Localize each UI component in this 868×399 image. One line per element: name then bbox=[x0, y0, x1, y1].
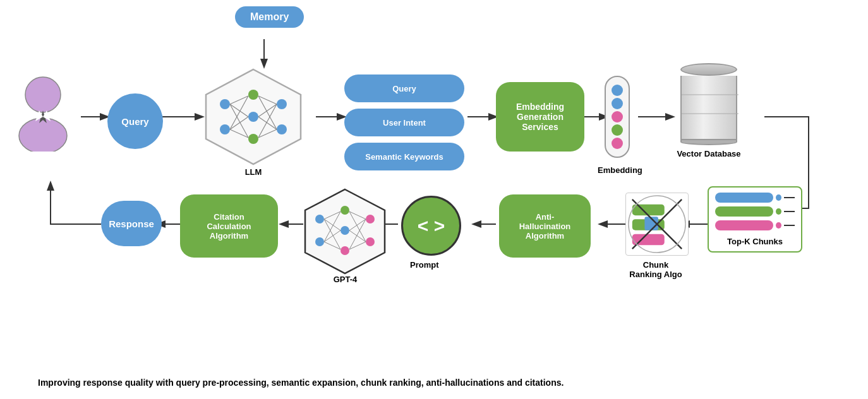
diagram: Query Memory bbox=[0, 0, 868, 366]
citation-label: Citation Calculation Algorithm bbox=[207, 212, 251, 241]
arrows-layer bbox=[0, 0, 868, 366]
prompt-label: Prompt bbox=[410, 260, 439, 270]
topk-row-3 bbox=[715, 220, 795, 230]
memory-label: Memory bbox=[250, 11, 289, 23]
chips-stack: Query User Intent Semantic Keywords bbox=[344, 74, 464, 170]
svg-point-23 bbox=[248, 134, 258, 144]
llm-label: LLM bbox=[200, 167, 307, 177]
topk-row-1 bbox=[715, 193, 795, 203]
svg-point-19 bbox=[220, 99, 230, 109]
embedding-pill bbox=[605, 76, 630, 158]
citation-box: Citation Calculation Algorithm bbox=[180, 194, 278, 258]
topk-box: Top-K Chunks bbox=[708, 186, 802, 253]
embedding-dot-5 bbox=[612, 138, 623, 149]
svg-point-51 bbox=[341, 226, 349, 235]
user-avatar bbox=[11, 76, 81, 158]
topk-row-2 bbox=[715, 206, 795, 217]
embedding-gen-label: Embedding Generation Services bbox=[516, 102, 564, 132]
svg-point-53 bbox=[366, 215, 375, 223]
svg-point-20 bbox=[220, 124, 230, 134]
vector-db-label: Vector Database bbox=[671, 149, 747, 158]
query-label: Query bbox=[121, 116, 148, 127]
anti-hallucination-box: Anti- Hallucination Algorithm bbox=[499, 194, 591, 258]
response-circle: Response bbox=[101, 201, 162, 246]
svg-point-13 bbox=[25, 77, 61, 112]
embedding-dot-2 bbox=[612, 98, 623, 109]
svg-point-22 bbox=[248, 112, 258, 122]
svg-point-49 bbox=[315, 237, 324, 246]
svg-point-52 bbox=[341, 246, 349, 255]
svg-point-14 bbox=[19, 118, 67, 152]
response-label: Response bbox=[109, 218, 154, 229]
llm-hexagon: LLM bbox=[200, 66, 307, 179]
caption: Improving response quality with query pr… bbox=[38, 378, 830, 388]
query-chip: Query bbox=[344, 74, 464, 102]
gpt4-label: GPT-4 bbox=[299, 275, 391, 284]
embedding-label: Embedding bbox=[598, 165, 642, 175]
embedding-dot-1 bbox=[612, 85, 623, 96]
svg-point-54 bbox=[366, 237, 375, 246]
cylinder-body bbox=[680, 76, 737, 139]
memory-box: Memory bbox=[235, 6, 304, 28]
semantic-keywords-chip: Semantic Keywords bbox=[344, 143, 464, 170]
vector-db: Vector Database bbox=[671, 63, 747, 158]
gpt4-hexagon: GPT-4 bbox=[299, 186, 391, 287]
prompt-circle: < > bbox=[401, 196, 461, 256]
svg-point-24 bbox=[277, 99, 287, 109]
embedding-dot-3 bbox=[612, 111, 623, 122]
query-circle: Query bbox=[107, 93, 163, 149]
chunk-ranking-label: Chunk Ranking Algo bbox=[618, 260, 694, 279]
embedding-dot-4 bbox=[612, 124, 623, 136]
cylinder-top bbox=[680, 63, 737, 76]
svg-rect-40 bbox=[632, 205, 665, 216]
svg-point-21 bbox=[248, 90, 258, 100]
svg-point-48 bbox=[315, 215, 324, 223]
user-intent-chip: User Intent bbox=[344, 109, 464, 136]
anti-hallucination-label: Anti- Hallucination Algorithm bbox=[519, 212, 571, 241]
topk-label: Top-K Chunks bbox=[715, 237, 795, 246]
cylinder-bottom bbox=[680, 139, 737, 145]
svg-point-50 bbox=[341, 206, 349, 215]
embedding-gen-box: Embedding Generation Services bbox=[496, 82, 584, 152]
chunk-ranking-box bbox=[625, 193, 689, 256]
svg-point-25 bbox=[277, 124, 287, 134]
